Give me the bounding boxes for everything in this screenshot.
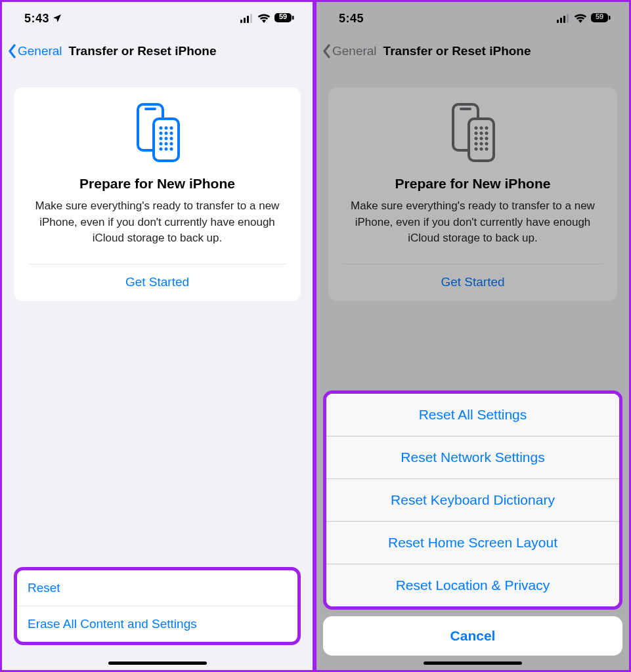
nav-title: Transfer or Reset iPhone — [383, 44, 531, 58]
svg-point-40 — [480, 137, 483, 140]
reset-location-privacy-button[interactable]: Reset Location & Privacy — [326, 564, 619, 606]
prepare-card: Prepare for New iPhone Make sure everyth… — [328, 87, 617, 301]
chevron-left-icon — [322, 44, 331, 58]
battery-percent: 59 — [274, 12, 292, 20]
svg-point-20 — [169, 142, 173, 146]
back-button[interactable]: General — [322, 44, 377, 58]
cancel-button[interactable]: Cancel — [323, 616, 622, 656]
svg-point-42 — [475, 142, 478, 146]
svg-point-14 — [169, 132, 173, 135]
battery-percent: 59 — [591, 12, 608, 20]
svg-point-47 — [485, 148, 489, 151]
svg-rect-26 — [563, 16, 565, 23]
svg-point-16 — [164, 137, 167, 140]
svg-point-13 — [164, 132, 167, 135]
svg-point-12 — [159, 132, 162, 135]
svg-point-19 — [164, 142, 167, 146]
svg-point-46 — [480, 148, 483, 151]
svg-point-21 — [159, 148, 162, 151]
svg-point-33 — [475, 127, 478, 130]
home-indicator[interactable] — [108, 662, 207, 665]
svg-point-34 — [480, 127, 483, 130]
svg-point-10 — [164, 127, 167, 130]
cellular-signal-icon — [557, 14, 570, 23]
reset-home-screen-layout-button[interactable]: Reset Home Screen Layout — [326, 521, 619, 564]
action-sheet-container: Reset All Settings Reset Network Setting… — [323, 390, 622, 656]
svg-point-44 — [485, 142, 489, 146]
battery-icon: 59 — [274, 13, 294, 24]
status-bar: 5:45 59 — [316, 2, 629, 35]
svg-rect-1 — [244, 18, 246, 23]
svg-point-23 — [169, 148, 173, 151]
svg-point-38 — [485, 132, 489, 135]
svg-point-43 — [480, 142, 483, 146]
battery-icon: 59 — [591, 13, 611, 24]
back-label: General — [332, 44, 377, 58]
status-time: 5:43 — [24, 12, 49, 26]
svg-rect-29 — [609, 16, 611, 20]
reset-button[interactable]: Reset — [17, 570, 297, 606]
nav-bar: General Transfer or Reset iPhone — [2, 35, 313, 68]
get-started-button[interactable]: Get Started — [28, 264, 286, 301]
svg-point-39 — [475, 137, 478, 140]
reset-network-settings-button[interactable]: Reset Network Settings — [326, 436, 619, 478]
prepare-card: Prepare for New iPhone Make sure everyth… — [14, 87, 301, 301]
reset-all-settings-button[interactable]: Reset All Settings — [326, 394, 619, 436]
svg-rect-25 — [560, 18, 562, 23]
wifi-icon — [257, 14, 271, 23]
reset-keyboard-dictionary-button[interactable]: Reset Keyboard Dictionary — [326, 478, 619, 521]
svg-point-17 — [169, 137, 173, 140]
status-time: 5:45 — [339, 12, 364, 26]
svg-point-11 — [169, 127, 173, 130]
screenshot-left: 5:43 59 General Transfer or Reset iPhone — [0, 0, 315, 672]
nav-bar: General Transfer or Reset iPhone — [316, 35, 629, 68]
svg-point-35 — [485, 127, 489, 130]
cellular-signal-icon — [240, 14, 253, 23]
back-button[interactable]: General — [7, 44, 62, 58]
status-bar: 5:43 59 — [2, 2, 313, 35]
svg-rect-2 — [247, 16, 249, 23]
svg-point-45 — [475, 148, 478, 151]
card-description: Make sure everything's ready to transfer… — [343, 198, 603, 247]
back-label: General — [18, 44, 62, 58]
svg-point-41 — [485, 137, 489, 140]
reset-action-sheet: Reset All Settings Reset Network Setting… — [323, 390, 622, 610]
card-description: Make sure everything's ready to transfer… — [28, 198, 286, 247]
wifi-icon — [574, 14, 587, 23]
nav-title: Transfer or Reset iPhone — [69, 44, 217, 58]
card-title: Prepare for New iPhone — [28, 176, 286, 192]
erase-all-button[interactable]: Erase All Content and Settings — [17, 606, 297, 642]
svg-point-22 — [164, 148, 167, 151]
svg-point-37 — [480, 132, 483, 135]
get-started-button[interactable]: Get Started — [343, 264, 603, 301]
svg-point-18 — [159, 142, 162, 146]
svg-rect-5 — [292, 16, 294, 20]
svg-rect-24 — [557, 20, 559, 23]
chevron-left-icon — [7, 44, 16, 58]
svg-rect-27 — [567, 14, 569, 23]
home-indicator[interactable] — [424, 662, 522, 665]
reset-options-list: Reset Erase All Content and Settings — [14, 567, 301, 645]
svg-point-15 — [159, 137, 162, 140]
location-arrow-icon — [52, 13, 62, 24]
svg-rect-0 — [240, 20, 242, 23]
devices-icon — [131, 102, 184, 164]
svg-rect-3 — [250, 14, 252, 23]
svg-point-9 — [159, 127, 162, 130]
devices-icon — [446, 102, 499, 164]
svg-point-36 — [475, 132, 478, 135]
card-title: Prepare for New iPhone — [343, 176, 603, 192]
screenshot-right: 5:45 59 General Transfer or Reset iPhone — [315, 0, 631, 672]
